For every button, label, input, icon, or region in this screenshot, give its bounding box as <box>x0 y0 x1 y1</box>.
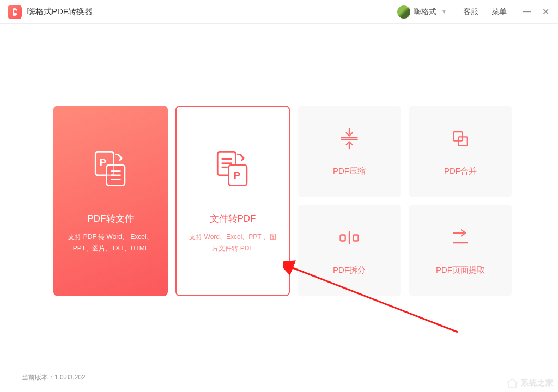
nav-menu[interactable]: 菜单 <box>492 7 507 17</box>
file-to-pdf-icon: P <box>213 148 253 191</box>
split-icon <box>337 226 361 252</box>
card-merge[interactable]: PDF合并 <box>409 106 512 197</box>
card-extract[interactable]: PDF页面提取 <box>409 205 512 296</box>
svg-rect-20 <box>353 235 358 241</box>
svg-rect-19 <box>341 235 345 241</box>
svg-text:P: P <box>234 170 240 181</box>
close-button[interactable]: ✕ <box>541 7 550 17</box>
card-title: 文件转PDF <box>210 212 256 225</box>
card-title: PDF页面提取 <box>436 265 485 275</box>
card-compress[interactable]: PDF压缩 <box>298 106 401 197</box>
app-title: 嗨格式PDF转换器 <box>27 7 93 17</box>
card-title: PDF合并 <box>444 166 477 176</box>
title-bar: 嗨格式PDF转换器 嗨格式 ▼ 客服 菜单 — ✕ <box>0 0 558 24</box>
minimize-button[interactable]: — <box>522 7 532 17</box>
card-desc: 支持 PDF 转 Word、 Excel、PPT、图片、TXT、HTML <box>63 231 158 254</box>
card-pdf-to-file[interactable]: P PDF转文件 支持 PDF 转 Word、 Excel、PPT、图片、TXT… <box>53 106 168 296</box>
card-desc: 支持 Word、Excel、PPT 、图片文件转 PDF <box>186 231 279 254</box>
small-grid: PDF压缩 PDF合并 PDF拆分 <box>298 106 512 296</box>
version-label: 当前版本： <box>22 373 54 381</box>
chevron-down-icon: ▼ <box>441 9 447 15</box>
app-logo-icon <box>8 5 22 19</box>
merge-icon <box>448 127 472 153</box>
card-file-to-pdf[interactable]: P 文件转PDF 支持 Word、Excel、PPT 、图片文件转 PDF <box>175 106 290 296</box>
footer-version: 当前版本：1.0.83.202 <box>22 373 86 382</box>
svg-text:P: P <box>100 157 106 168</box>
window-controls: — ✕ <box>522 7 550 17</box>
extract-icon <box>448 226 472 252</box>
version-value: 1.0.83.202 <box>54 373 86 381</box>
nav-service[interactable]: 客服 <box>463 7 478 17</box>
card-title: PDF压缩 <box>333 166 366 176</box>
card-title: PDF转文件 <box>88 212 134 225</box>
card-split[interactable]: PDF拆分 <box>298 205 401 296</box>
username: 嗨格式 <box>414 7 436 17</box>
main-content: P PDF转文件 支持 PDF 转 Word、 Excel、PPT、图片、TXT… <box>0 24 558 296</box>
user-area[interactable]: 嗨格式 ▼ <box>397 5 447 19</box>
pdf-to-file-icon: P <box>90 148 131 191</box>
avatar <box>397 5 410 19</box>
watermark: 系统之家 <box>506 378 554 389</box>
card-title: PDF拆分 <box>333 265 366 275</box>
compress-icon <box>337 127 361 153</box>
